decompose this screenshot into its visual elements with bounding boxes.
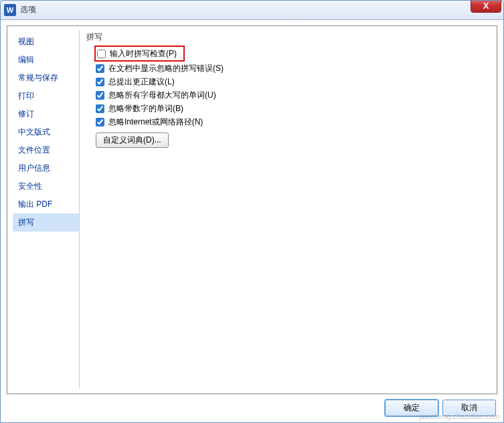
main-panel: 视图 编辑 常规与保存 打印 修订 中文版式 文件位置 用户信息 安全性 输出 …: [7, 25, 497, 394]
custom-dictionary-button[interactable]: 自定义词典(D)...: [96, 133, 169, 148]
section-title: 拼写: [86, 31, 491, 43]
checkbox-label: 在文档中显示忽略的拼写错误(S): [108, 63, 224, 74]
checkbox-ignore-uppercase[interactable]: [96, 91, 104, 100]
sidebar-item-user-info[interactable]: 用户信息: [13, 159, 79, 177]
checkbox-ignore-numbers[interactable]: [96, 104, 104, 113]
checkbox-label: 总提出更正建议(L): [108, 76, 175, 88]
ok-button[interactable]: 确定: [385, 400, 438, 416]
checkbox-ignore-internet[interactable]: [96, 118, 104, 126]
checkbox-label: 忽略带数字的单词(B): [108, 103, 183, 114]
checkbox-label: 输入时拼写检查(P): [110, 48, 177, 60]
sidebar-item-print[interactable]: 打印: [13, 87, 79, 105]
sidebar-item-revisions[interactable]: 修订: [13, 105, 79, 123]
title-bar: W 选项 X: [0, 0, 504, 20]
sidebar: 视图 编辑 常规与保存 打印 修订 中文版式 文件位置 用户信息 安全性 输出 …: [13, 30, 80, 388]
checkbox-spellcheck-typing[interactable]: [97, 50, 106, 58]
checkbox-show-ignored[interactable]: [96, 64, 104, 73]
app-icon: W: [4, 4, 16, 16]
sidebar-item-spelling[interactable]: 拼写: [13, 214, 79, 232]
check-row-ignore-internet[interactable]: 忽略Internet或网络路径(N): [86, 115, 491, 129]
check-row-ignore-uppercase[interactable]: 忽略所有字母都大写的单词(U): [86, 88, 491, 102]
cancel-button[interactable]: 取消: [442, 400, 496, 416]
check-row-show-ignored[interactable]: 在文档中显示忽略的拼写错误(S): [86, 62, 491, 75]
content-area: 视图 编辑 常规与保存 打印 修订 中文版式 文件位置 用户信息 安全性 输出 …: [0, 20, 504, 423]
checkbox-label: 忽略Internet或网络路径(N): [108, 116, 203, 128]
checkbox-label: 忽略所有字母都大写的单词(U): [108, 90, 216, 101]
sidebar-item-security[interactable]: 安全性: [13, 177, 79, 195]
sidebar-item-edit[interactable]: 编辑: [13, 51, 79, 69]
sidebar-item-file-locations[interactable]: 文件位置: [13, 141, 79, 159]
sidebar-item-view[interactable]: 视图: [13, 33, 79, 51]
right-pane: 拼写 输入时拼写检查(P) 在文档中显示忽略的拼写错误(S) 总提出更正建议(L…: [80, 30, 491, 388]
check-row-ignore-numbers[interactable]: 忽略带数字的单词(B): [86, 102, 491, 115]
sidebar-item-chinese-layout[interactable]: 中文版式: [13, 123, 79, 141]
checkbox-suggest[interactable]: [96, 78, 104, 86]
check-row-spellcheck-typing[interactable]: 输入时拼写检查(P): [96, 47, 177, 60]
close-button[interactable]: X: [471, 0, 501, 13]
footer: 确定 取消: [7, 394, 497, 416]
highlight-annotation: 输入时拼写检查(P): [94, 46, 185, 62]
sidebar-item-general-save[interactable]: 常规与保存: [13, 69, 79, 87]
sidebar-item-output-pdf[interactable]: 输出 PDF: [13, 195, 79, 214]
check-row-suggest[interactable]: 总提出更正建议(L): [86, 75, 491, 88]
window-title: 选项: [20, 4, 36, 15]
